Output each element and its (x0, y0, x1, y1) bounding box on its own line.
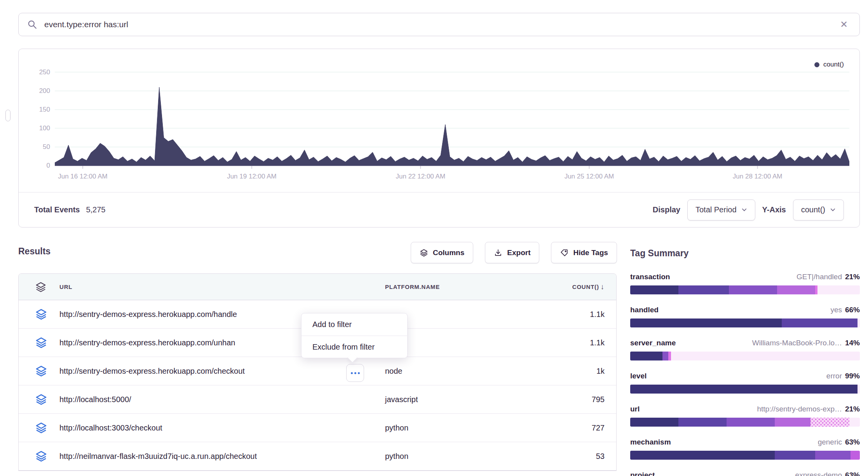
count-series-area (55, 87, 849, 166)
tag-distribution-bar[interactable] (630, 285, 860, 294)
column-header-url[interactable]: URL (59, 284, 72, 290)
tag-bar-segment (858, 385, 860, 394)
tag-top-value: generic (818, 438, 842, 446)
tag-bar-segment (662, 352, 668, 360)
url-cell[interactable]: http://sentry-demos-express.herokuapp.co… (59, 310, 237, 319)
display-label: Display (653, 205, 680, 214)
results-table: URL PLATFORM.NAME COUNT() ↓ http://sentr… (18, 273, 617, 471)
tag-bar-segment (630, 451, 775, 460)
table-header-row: URL PLATFORM.NAME COUNT() ↓ (19, 274, 616, 300)
tag-bar-segment (858, 318, 860, 327)
tag-bar-segment (630, 285, 678, 294)
url-cell[interactable]: http://neilmanvar-flask-m3uuizd7iq-uc.a.… (59, 452, 257, 461)
tag-summary-title: Tag Summary (630, 248, 860, 259)
x-axis-tick-label: Jun 16 12:00 AM (58, 173, 108, 180)
tag-distribution-bar[interactable] (630, 418, 860, 427)
tag-bar-segment (851, 451, 860, 460)
tag-bar-segment (630, 385, 858, 394)
count-cell: 1.1k (590, 310, 605, 319)
tag-percent: 21% (845, 405, 860, 413)
total-events-value: 5,275 (86, 205, 105, 214)
display-dropdown-value: Total Period (695, 205, 737, 214)
display-dropdown[interactable]: Total Period (687, 200, 755, 220)
tag-bar-segment (727, 418, 775, 427)
layers-icon (35, 308, 47, 320)
hide-tags-button[interactable]: Hide Tags (551, 242, 617, 263)
tag-name: mechanism (630, 438, 671, 446)
total-events-label: Total Events (34, 205, 80, 214)
tag-top-value: http://sentry-demos-exp… (757, 405, 842, 413)
export-button[interactable]: Export (485, 242, 539, 263)
platform-cell: node (385, 367, 403, 376)
close-icon[interactable]: ✕ (837, 18, 851, 32)
tag-top-value: error (826, 372, 842, 380)
tag-distribution-bar[interactable] (630, 385, 860, 394)
tag-bar-segment (782, 318, 858, 327)
url-cell[interactable]: http://localhost:5000/ (59, 395, 131, 404)
tag-percent: 14% (845, 339, 860, 347)
tag-row-url: url http://sentry-demos-exp… 21% (630, 405, 860, 427)
layers-icon[interactable] (35, 281, 47, 293)
tag-bar-segment (668, 352, 671, 360)
columns-button[interactable]: Columns (411, 242, 473, 263)
tag-bar-segment (777, 285, 815, 294)
url-cell[interactable]: http://sentry-demos-express.herokuapp.co… (59, 338, 235, 347)
tag-distribution-bar[interactable] (630, 318, 860, 327)
chevron-down-icon (830, 207, 836, 213)
tag-icon (560, 248, 568, 257)
hide-tags-button-label: Hide Tags (573, 248, 608, 257)
tag-row-transaction: transaction GET|/handled 21% (630, 273, 860, 294)
x-axis-tick-label: Jun 25 12:00 AM (565, 173, 614, 180)
y-axis-tick-label: 100 (39, 124, 50, 132)
column-header-platform[interactable]: PLATFORM.NAME (385, 284, 440, 290)
table-row[interactable]: http://neilmanvar-flask-m3uuizd7iq-uc.a.… (19, 442, 616, 471)
tag-top-value: express-demo (795, 471, 842, 476)
tag-distribution-bar[interactable] (630, 352, 860, 360)
tag-row-project: project express-demo 63% (630, 471, 860, 476)
y-axis-tick-label: 200 (39, 87, 50, 95)
tag-bar-segment (729, 285, 777, 294)
tag-percent: 63% (845, 471, 860, 476)
tag-row-level: level error 99% (630, 372, 860, 394)
y-axis-dropdown[interactable]: count() (793, 200, 844, 220)
tag-top-value: yes (830, 306, 842, 314)
menu-item-add-to-filter[interactable]: Add to filter (302, 313, 407, 336)
events-chart-panel: count() 050100150200250 Jun 16 12:00 AMJ… (18, 49, 860, 228)
column-header-count[interactable]: COUNT() ↓ (572, 283, 605, 291)
tag-name: transaction (630, 273, 670, 281)
y-axis-tick-label: 250 (39, 68, 50, 76)
search-input[interactable]: event.type:error has:url (44, 20, 837, 29)
tag-name: url (630, 405, 640, 413)
search-bar: event.type:error has:url ✕ (18, 13, 860, 36)
events-area-chart[interactable] (55, 59, 849, 166)
url-cell[interactable]: http://sentry-demos-express.herokuapp.co… (59, 367, 245, 376)
columns-button-label: Columns (433, 248, 464, 257)
export-button-label: Export (507, 248, 530, 257)
y-axis-label: Y-Axis (762, 205, 786, 214)
tag-bar-segment (630, 318, 782, 327)
count-cell: 53 (596, 452, 605, 461)
table-row[interactable]: http://sentry-demos-express.herokuapp.co… (19, 357, 616, 385)
cell-actions-button[interactable] (346, 364, 364, 382)
tag-row-server-name: server_name Williams-MacBook-Pro.lo… 14% (630, 339, 860, 360)
layers-icon (35, 365, 47, 377)
sidebar-collapse-handle[interactable] (5, 110, 10, 121)
table-row[interactable]: http://localhost:5000/ javascript 795 (19, 385, 616, 414)
tag-distribution-bar[interactable] (630, 451, 860, 460)
y-axis-tick-label: 0 (47, 162, 50, 170)
url-cell[interactable]: http://localhost:3003/checkout (59, 424, 162, 432)
count-cell: 1k (596, 367, 605, 376)
tag-summary-panel: Tag Summary transaction GET|/handled 21%… (630, 248, 860, 476)
x-axis-tick-label: Jun 22 12:00 AM (396, 173, 446, 180)
layers-icon (35, 450, 47, 462)
tag-name: project (630, 471, 655, 476)
layers-icon (35, 422, 47, 434)
cell-context-menu: Add to filter Exclude from filter (301, 313, 408, 358)
tag-bar-segment (775, 451, 815, 460)
tag-bar-segment (671, 352, 860, 360)
tag-bar-segment (817, 285, 860, 294)
platform-cell: python (385, 452, 408, 461)
table-row[interactable]: http://localhost:3003/checkout python 72… (19, 414, 616, 442)
count-cell: 795 (592, 395, 605, 404)
count-cell: 727 (592, 424, 605, 432)
